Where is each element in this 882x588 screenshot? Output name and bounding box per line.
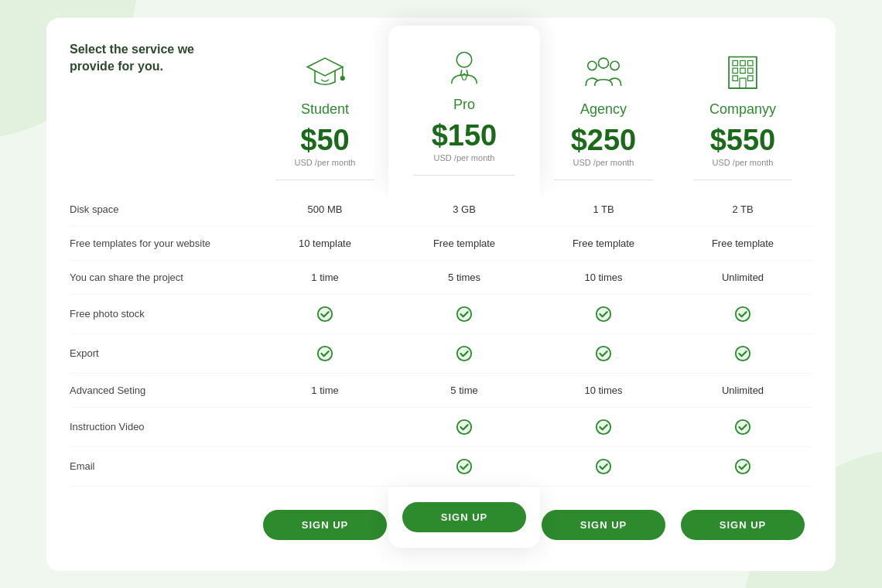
feature-value-4-plan-3 <box>673 334 812 374</box>
check-icon <box>734 419 751 436</box>
svg-point-33 <box>736 419 750 433</box>
plan-name-agency: Agency <box>580 101 627 118</box>
check-icon <box>595 458 612 475</box>
svg-point-27 <box>318 346 332 360</box>
plan-divider-pro <box>413 175 514 176</box>
svg-point-31 <box>457 419 471 433</box>
svg-point-32 <box>597 419 610 433</box>
svg-rect-16 <box>733 68 738 74</box>
feature-label-3: Free photo stock <box>70 295 255 334</box>
feature-label-2: You can share the project <box>70 261 255 295</box>
svg-rect-18 <box>748 68 754 74</box>
feature-value-2-plan-0: 1 time <box>255 261 395 295</box>
feature-value-7-plan-2 <box>534 447 673 487</box>
pricing-table: Select the service we provide for you. S… <box>46 18 836 571</box>
feature-value-1-plan-0: 10 template <box>255 227 395 261</box>
feature-value-4-plan-2 <box>534 334 673 374</box>
feature-value-3-plan-0 <box>255 295 395 334</box>
plan-header-company: Companyy $550 USD /per month <box>673 41 812 193</box>
svg-point-9 <box>610 61 619 70</box>
header-label: Select the service we provide for you. <box>70 41 194 76</box>
button-cell-pro: SIGN UP <box>388 487 540 548</box>
feature-value-7-plan-1 <box>388 447 540 487</box>
signup-button-agency[interactable]: SIGN UP <box>542 510 665 540</box>
feature-value-7-plan-0 <box>255 447 395 487</box>
signup-button-student[interactable]: SIGN UP <box>263 510 387 540</box>
feature-value-4-plan-0 <box>255 334 395 374</box>
feature-value-0-plan-0: 500 MB <box>255 193 395 227</box>
feature-value-2-plan-3: Unlimited <box>673 261 812 295</box>
feature-value-2-plan-1: 5 times <box>388 261 540 295</box>
svg-point-26 <box>736 306 750 320</box>
feature-value-3-plan-1 <box>388 295 540 334</box>
feature-value-5-plan-0: 1 time <box>255 374 395 408</box>
svg-marker-0 <box>307 58 343 76</box>
plan-name-pro: Pro <box>453 97 475 113</box>
svg-point-24 <box>457 306 471 320</box>
plan-price-company: $550 <box>710 125 776 155</box>
check-icon <box>456 306 473 323</box>
plan-header-student: Student $50 USD /per month <box>255 41 395 193</box>
feature-label-1: Free templates for your website <box>70 227 255 261</box>
svg-point-7 <box>599 58 609 68</box>
svg-point-30 <box>736 346 750 360</box>
feature-value-0-plan-2: 1 TB <box>534 193 673 227</box>
svg-rect-21 <box>740 78 746 88</box>
plan-name-company: Companyy <box>709 101 776 118</box>
svg-rect-20 <box>748 75 754 80</box>
svg-point-29 <box>597 346 610 360</box>
feature-value-5-plan-2: 10 times <box>534 374 673 408</box>
signup-button-company[interactable]: SIGN UP <box>681 510 805 540</box>
svg-point-34 <box>457 459 471 473</box>
check-icon <box>456 419 473 436</box>
button-cell-agency: SIGN UP <box>534 487 673 548</box>
check-icon <box>595 419 612 436</box>
check-icon <box>316 345 333 362</box>
feature-value-7-plan-3 <box>673 447 812 487</box>
check-icon <box>595 306 612 323</box>
feature-value-6-plan-2 <box>534 408 673 447</box>
feature-value-1-plan-1: Free template <box>388 227 540 261</box>
feature-label-4: Export <box>70 334 255 374</box>
feature-value-0-plan-3: 2 TB <box>673 193 812 227</box>
feature-value-4-plan-1 <box>388 334 540 374</box>
svg-point-25 <box>597 306 610 320</box>
feature-value-1-plan-2: Free template <box>534 227 673 261</box>
person-tie-icon <box>441 44 487 91</box>
plan-divider-agency <box>554 179 653 180</box>
svg-rect-15 <box>748 60 754 66</box>
main-container: Select the service we provide for you. S… <box>0 0 882 588</box>
check-icon <box>595 345 612 362</box>
feature-value-0-plan-1: 3 GB <box>388 193 540 227</box>
feature-value-6-plan-0 <box>255 408 395 447</box>
feature-value-6-plan-1 <box>388 408 540 447</box>
svg-rect-17 <box>740 68 746 74</box>
button-cell-company: SIGN UP <box>673 487 812 548</box>
plan-divider-company <box>693 179 792 180</box>
button-cell-student: SIGN UP <box>255 487 395 548</box>
feature-value-3-plan-3 <box>673 295 812 334</box>
feature-label-6: Instruction Video <box>70 408 255 447</box>
check-icon <box>734 458 751 475</box>
plan-header-agency: Agency $250 USD /per month <box>534 41 673 193</box>
check-icon <box>456 345 473 362</box>
feature-label-5: Advanced Seting <box>70 374 255 408</box>
plan-period-pro: USD /per month <box>434 153 495 162</box>
plan-name-student: Student <box>301 101 349 118</box>
group-icon <box>580 49 627 95</box>
signup-button-pro[interactable]: SIGN UP <box>402 502 526 532</box>
table-grid: Select the service we provide for you. S… <box>70 41 812 548</box>
graduation-cap-icon <box>302 49 348 95</box>
plan-period-agency: USD /per month <box>573 158 634 167</box>
feature-value-2-plan-2: 10 times <box>534 261 673 295</box>
feature-value-3-plan-2 <box>534 295 673 334</box>
button-cell-label <box>70 487 255 548</box>
plan-header-pro: Pro $150 USD /per month <box>388 26 540 193</box>
feature-value-5-plan-3: Unlimited <box>673 374 812 408</box>
feature-value-1-plan-3: Free template <box>673 227 812 261</box>
check-icon <box>734 345 751 362</box>
svg-point-23 <box>318 306 332 320</box>
svg-point-35 <box>597 459 610 473</box>
svg-point-28 <box>457 346 471 360</box>
plan-period-company: USD /per month <box>713 158 774 167</box>
